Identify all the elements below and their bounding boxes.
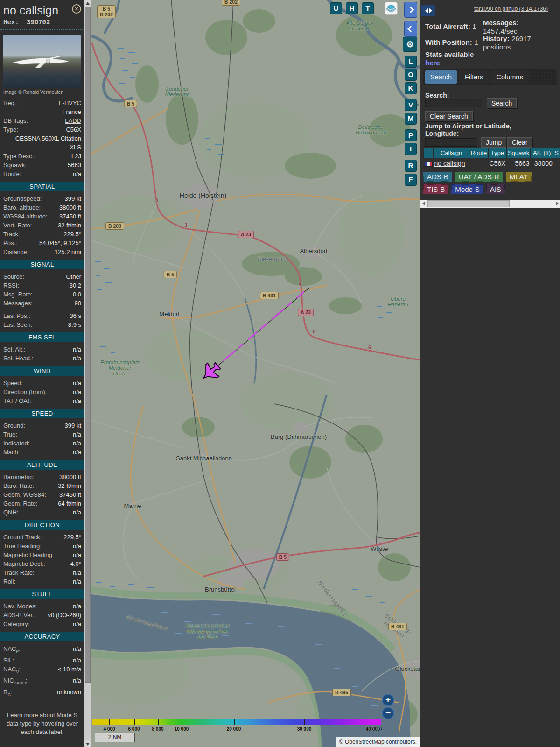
aircraft-detail-sidebar: no callsign × Hex: 39D702 Image © Ronald… (0, 0, 84, 747)
row-label: QNH: (3, 508, 19, 517)
callsign-link[interactable]: no callsign (434, 158, 469, 169)
zoom-out-button[interactable]: − (382, 707, 394, 719)
table-cell: 5663 (506, 158, 530, 169)
map-button-t[interactable]: T (362, 3, 373, 14)
legend-altitude-label: 6 000 (128, 726, 140, 732)
column-header-flag[interactable] (424, 148, 434, 158)
row-value: n/a (73, 396, 81, 405)
data-row: Sel. Head.:n/a (0, 354, 84, 363)
jump-input[interactable] (425, 138, 477, 147)
data-row: Sel. Alt.:n/a (0, 345, 84, 354)
row-label: Baro. altitude: (3, 203, 41, 212)
row-label: Type Desc.: (3, 152, 35, 161)
data-row: NACV:< 10 m/s (0, 665, 84, 677)
clear-search-button[interactable]: Clear Search (425, 111, 473, 121)
tab-search[interactable]: Search (425, 70, 457, 84)
map-button-l[interactable]: L (405, 56, 416, 67)
badge-mode-s[interactable]: Mode-S (451, 184, 483, 194)
row-label: NACV: (3, 665, 21, 677)
jump-clear-button[interactable]: Clear (507, 137, 532, 148)
stats-here-link[interactable]: here (425, 59, 440, 67)
aircraft-photo[interactable] (3, 35, 81, 88)
data-row: Nav. Modes:n/a (0, 602, 84, 611)
scrollbar-thumb[interactable] (85, 7, 91, 683)
row-label: DB flags: (3, 116, 28, 125)
settings-button[interactable]: ⚙ (403, 37, 417, 51)
search-button[interactable]: Search (487, 98, 517, 108)
github-version-link[interactable]: tar1090 on github (3.14.1736) (474, 6, 548, 12)
table-horizontal-scrollbar[interactable] (420, 200, 560, 208)
tab-columns[interactable]: Columns (490, 70, 528, 84)
panel-expand-right-button[interactable] (405, 2, 417, 17)
panel-width-toggle-button[interactable] (421, 5, 435, 16)
column-header-Alt. (ft)[interactable]: Alt. (ft) (531, 148, 553, 158)
badge-uat-ads-r[interactable]: UAT / ADS-R (455, 172, 503, 182)
zoom-in-button[interactable]: + (382, 694, 394, 706)
row-value: 64 ft/min (58, 499, 81, 508)
badge-tis-b[interactable]: TIS-B (423, 184, 448, 194)
hscrollbar-thumb[interactable] (427, 200, 510, 207)
panel-collapse-left-button[interactable] (405, 21, 417, 36)
layers-button[interactable] (385, 2, 397, 14)
data-row: Ground:399 kt (0, 421, 84, 430)
source-filter-badges: ADS-BUAT / ADS-RMLATTIS-BMode-SAIS (423, 172, 558, 194)
badge-ads-b[interactable]: ADS-B (423, 172, 452, 182)
section-header-wind: WIND (0, 366, 84, 376)
row-label: Vert. Rate: (3, 221, 32, 230)
aircraft-data-sections: SPATIALGroundspeed:399 ktBaro. altitude:… (0, 182, 84, 699)
map-button-k[interactable]: K (405, 83, 416, 94)
map-button-p[interactable]: P (405, 130, 416, 141)
legend-altitude-label: 4 000 (103, 726, 115, 732)
image-credit: Image © Ronald Vermeulen (0, 88, 84, 99)
map-button-m[interactable]: M (405, 113, 416, 124)
badge-ais[interactable]: AIS (486, 184, 505, 194)
row-label: Last Pos.: (3, 311, 30, 320)
data-row: TAT / OAT:n/a (0, 396, 84, 405)
map-button-u[interactable]: U (330, 3, 342, 14)
scroll-up-icon[interactable] (84, 0, 91, 7)
map-button-o[interactable]: O (405, 69, 416, 80)
row-value: 0.0 (73, 290, 81, 299)
data-row: Source:Other (0, 272, 84, 281)
scroll-right-icon[interactable] (556, 201, 559, 206)
map-button-h[interactable]: H (346, 3, 357, 14)
badge-mlat[interactable]: MLAT (506, 172, 532, 182)
table-cell (469, 158, 489, 169)
row-value-link[interactable]: F-HVYC (59, 99, 81, 107)
map-button-f[interactable]: F (405, 174, 416, 185)
map-button-v[interactable]: V (405, 99, 416, 111)
row-label: RC: (3, 688, 13, 699)
scroll-down-icon[interactable] (84, 740, 91, 747)
column-header-Squawk[interactable]: Squawk (506, 148, 530, 158)
legend-tick (234, 719, 235, 725)
column-header-Route[interactable]: Route (469, 148, 489, 158)
legend-tick (109, 719, 110, 725)
column-header-S[interactable]: S (553, 148, 560, 158)
row-value: n/a (73, 577, 81, 586)
row-label: Category: (3, 620, 29, 628)
data-row: Magnetic Decl.:4.0° (0, 559, 84, 568)
row-value-link[interactable]: LADD (65, 116, 81, 125)
table-cell: 38000 (531, 158, 553, 169)
row-label: Magnetic Heading: (3, 550, 54, 559)
stats-available: Stats available here (425, 50, 474, 67)
map-button-i[interactable]: I (405, 143, 416, 155)
aircraft-table-header: CallsignRouteTypeSquawkAlt. (ft)S (424, 148, 560, 158)
data-row: Track Rate:n/a (0, 568, 84, 577)
close-icon[interactable]: × (72, 4, 81, 14)
row-label: RSSI: (3, 281, 19, 290)
column-header-Type[interactable]: Type (488, 148, 506, 158)
map-attribution[interactable]: © OpenStreetMap contributors. (336, 737, 420, 747)
map-canvas[interactable]: Alte Sorge- SchleifeLundener NiederungDe… (91, 0, 420, 747)
search-input[interactable] (425, 99, 482, 107)
table-row[interactable]: no callsignC56X566338000 (424, 158, 560, 169)
column-header-Callsign[interactable]: Callsign (434, 148, 469, 158)
jump-button[interactable]: Jump (481, 137, 506, 148)
legend-tick (304, 719, 305, 725)
map-button-r[interactable]: R (405, 160, 416, 171)
sidebar-scrollbar[interactable] (84, 0, 91, 747)
scroll-left-icon[interactable] (422, 201, 425, 206)
row-value: unknown (57, 688, 81, 699)
row-value: n/a (73, 388, 81, 396)
tab-filters[interactable]: Filters (459, 70, 489, 84)
